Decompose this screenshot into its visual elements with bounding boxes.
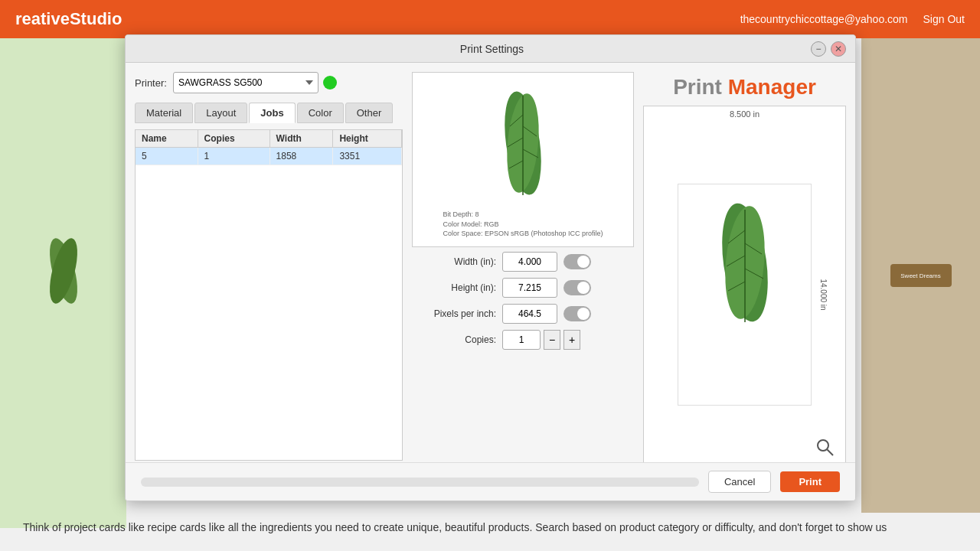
left-panel: Printer: SAWGRASS SG500 Material Layout … — [135, 72, 403, 491]
image-info: Bit Depth: 8 Color Model: RGB Color Spac… — [443, 210, 603, 239]
tab-color[interactable]: Color — [297, 103, 344, 123]
image-preview-box: Bit Depth: 8 Color Model: RGB Color Spac… — [412, 72, 634, 247]
minimize-button[interactable]: − — [811, 41, 826, 57]
col-copies: Copies — [198, 130, 270, 148]
close-button[interactable]: ✕ — [831, 41, 846, 57]
col-name: Name — [136, 130, 198, 148]
preview-leaf-image — [491, 84, 556, 203]
page-canvas: 14.000 in — [644, 122, 845, 468]
ppi-field-row: Pixels per inch: — [412, 304, 634, 324]
tab-jobs[interactable]: Jobs — [249, 103, 295, 123]
print-manager-title-orange: Manager — [728, 75, 816, 99]
print-settings-dialog: Print Settings − ✕ Printer: SAWGRASS SG5… — [125, 34, 856, 501]
tab-layout[interactable]: Layout — [194, 103, 247, 123]
svg-point-18 — [818, 440, 828, 451]
bottom-text: Think of project cards like recipe cards… — [0, 504, 980, 551]
page-width-label: 8.500 in — [644, 106, 845, 122]
height-field-row: Height (in): — [412, 278, 634, 298]
cell-copies: 1 — [198, 148, 270, 165]
jobs-panel: Name Copies Width Height 5 1 1858 3351 — [135, 129, 403, 461]
dialog-titlebar: Print Settings − ✕ — [126, 35, 855, 63]
dialog-title: Print Settings — [173, 43, 811, 55]
print-button[interactable]: Print — [780, 471, 840, 492]
height-label: Height (in): — [412, 282, 496, 293]
bit-depth-info: Bit Depth: 8 — [443, 210, 603, 220]
page-leaf-image — [707, 196, 783, 330]
cancel-button[interactable]: Cancel — [708, 471, 771, 493]
width-field-row: Width (in): — [412, 252, 634, 272]
height-toggle[interactable] — [564, 280, 591, 295]
dialog-body: Printer: SAWGRASS SG500 Material Layout … — [126, 63, 855, 500]
tab-material[interactable]: Material — [135, 103, 193, 123]
left-decoration-icon — [33, 222, 94, 344]
ppi-toggle[interactable] — [564, 306, 591, 321]
printer-label: Printer: — [135, 77, 167, 89]
width-input[interactable] — [502, 252, 557, 272]
sign-out-link[interactable]: Sign Out — [923, 13, 965, 25]
copies-stepper: − + — [502, 330, 580, 350]
preview-image-area — [487, 80, 560, 207]
width-label: Width (in): — [412, 256, 496, 267]
left-side-panel — [0, 38, 126, 528]
cell-name: 5 — [136, 148, 198, 165]
width-toggle[interactable] — [564, 254, 591, 269]
settings-section: Width (in): Height (in): Pixels per inch… — [412, 252, 634, 350]
printer-section: Printer: SAWGRASS SG500 — [135, 72, 403, 93]
tab-other[interactable]: Other — [345, 103, 394, 123]
top-bar-right: thecountrychiccottage@yahoo.com Sign Out — [740, 13, 965, 25]
svg-line-19 — [828, 450, 834, 456]
right-panel: Print Manager 8.500 in — [643, 72, 846, 491]
col-height: Height — [333, 130, 402, 148]
printer-select[interactable]: SAWGRASS SG500 — [173, 72, 318, 93]
app-logo: reativeStudio — [15, 9, 122, 29]
dialog-controls: − ✕ — [811, 41, 846, 57]
user-email: thecountrychiccottage@yahoo.com — [740, 13, 908, 25]
ppi-label: Pixels per inch: — [412, 308, 496, 319]
printer-select-wrap: SAWGRASS SG500 — [173, 72, 337, 93]
progress-bar — [141, 478, 699, 487]
height-input[interactable] — [502, 278, 557, 298]
page-preview-area: 8.500 in 14.0 — [643, 106, 846, 491]
printer-status-indicator — [323, 76, 337, 90]
print-manager-title: Print Manager — [643, 72, 846, 103]
zoom-icon[interactable] — [813, 435, 838, 460]
print-manager-title-black: Print — [673, 75, 722, 99]
copies-decrement-button[interactable]: − — [544, 330, 560, 350]
copies-field-row: Copies: − + — [412, 330, 634, 350]
svg-point-1 — [44, 236, 83, 306]
ppi-input[interactable] — [502, 304, 557, 324]
page-sheet — [678, 184, 812, 406]
page-height-label: 14.000 in — [819, 279, 828, 310]
col-width: Width — [270, 130, 333, 148]
cell-width: 1858 — [270, 148, 333, 165]
jobs-table: Name Copies Width Height 5 1 1858 3351 — [136, 130, 402, 165]
cell-height: 3351 — [333, 148, 402, 165]
zoom-search-icon — [815, 437, 836, 458]
copies-label: Copies: — [412, 334, 496, 345]
middle-panel: Bit Depth: 8 Color Model: RGB Color Spac… — [412, 72, 634, 491]
dialog-footer: Cancel Print — [126, 462, 855, 500]
table-row[interactable]: 5 1 1858 3351 — [136, 148, 402, 165]
right-side-panel: Sweet Dreams — [861, 38, 980, 513]
color-space-info: Color Space: EPSON sRGB (Photoshop ICC p… — [443, 229, 603, 239]
copies-increment-button[interactable]: + — [564, 330, 580, 350]
color-model-info: Color Model: RGB — [443, 220, 603, 230]
top-bar: reativeStudio thecountrychiccottage@yaho… — [0, 0, 980, 38]
copies-input[interactable] — [502, 330, 541, 350]
tabs: Material Layout Jobs Color Other — [135, 103, 403, 123]
